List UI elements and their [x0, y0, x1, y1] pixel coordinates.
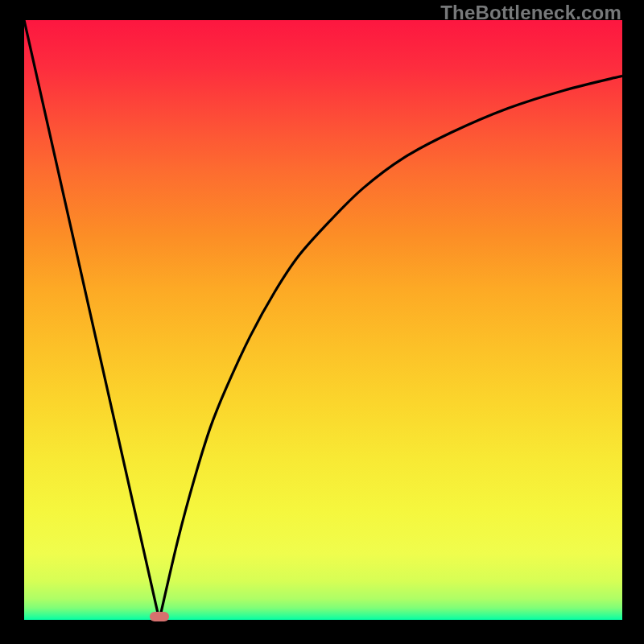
valley-marker	[150, 612, 169, 621]
plot-area	[24, 20, 622, 620]
background-gradient	[24, 20, 622, 620]
chart-stage: TheBottleneck.com	[0, 0, 644, 644]
